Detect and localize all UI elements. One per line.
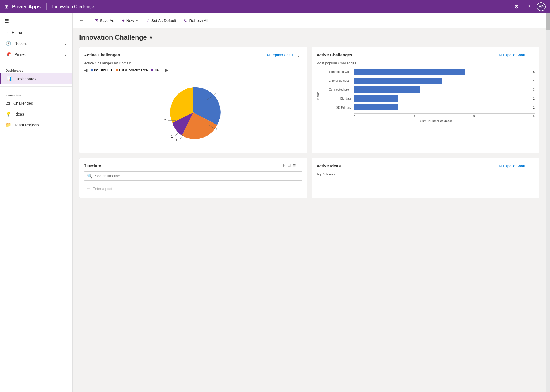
pie-label-2-orange: 2 [216, 127, 218, 131]
bar-expand-button[interactable]: ⧉ Expand Chart [499, 52, 525, 57]
search-input[interactable] [95, 174, 299, 178]
bar-row-3: Connected pro... 3 [321, 86, 535, 93]
back-button[interactable]: ← [77, 16, 86, 25]
pie-label-1-purple: 1 [171, 134, 173, 138]
y-axis-label: Name [316, 92, 320, 100]
chevron-down-icon: ∨ [64, 42, 67, 45]
bar-card-title: Active Challenges [316, 52, 352, 57]
pie-more-icon[interactable]: ⋮ [295, 52, 302, 58]
bar-chart-inner: Connected Op... 5 Enterprise sust... [321, 69, 535, 122]
bar-row-2: Enterprise sust... 4 [321, 78, 535, 84]
expand-chart-icon-3: ⧉ [499, 163, 502, 168]
save-as-icon: ⊡ [95, 18, 98, 23]
active-challenges-bar-card: Active Challenges ⧉ Expand Chart ⋮ Most … [312, 47, 539, 153]
pie-card-header: Active Challenges ⧉ Expand Chart ⋮ [84, 52, 302, 58]
bar-chart-subtitle: Most popular Challenges [316, 61, 535, 65]
timeline-sort-button[interactable]: ≡ [293, 163, 296, 168]
set-default-button[interactable]: ✓ Set As Default [143, 16, 180, 25]
new-chevron-icon[interactable]: ∨ [136, 19, 138, 23]
sidebar-item-home[interactable]: ⌂ Home [0, 27, 72, 38]
chevron-down-icon-2: ∨ [64, 52, 67, 56]
timeline-actions: + ⊿ ≡ ⋮ [282, 163, 302, 168]
bar-card-header: Active Challenges ⧉ Expand Chart ⋮ [316, 52, 535, 58]
sidebar-item-ideas-label: Ideas [15, 112, 24, 116]
bar-row-5: 3D Printing 2 [321, 104, 535, 110]
avatar[interactable]: MP [537, 2, 546, 11]
active-challenges-pie-card: Active Challenges ⧉ Expand Chart ⋮ Activ… [79, 47, 307, 153]
timeline-add-button[interactable]: + [282, 163, 285, 168]
sidebar-item-ideas[interactable]: 💡 Ideas [0, 109, 72, 119]
legend-label-1: Industry IOT [94, 68, 112, 72]
bar-track-3 [354, 86, 531, 93]
sidebar-item-team-projects[interactable]: 📁 Team Projects [0, 119, 72, 130]
hamburger-menu[interactable]: ☰ [0, 16, 72, 26]
sidebar-item-team-projects-label: Team Projects [15, 123, 39, 127]
ideas-more-icon[interactable]: ⋮ [527, 163, 535, 169]
legend-nav-right[interactable]: ▶ [165, 68, 168, 73]
bar-fill-4 [354, 95, 398, 102]
settings-icon[interactable]: ⚙ [512, 2, 521, 11]
legend-nav-left[interactable]: ◀ [84, 68, 87, 73]
checkmark-icon: ✓ [146, 18, 150, 23]
bar-track-5 [354, 104, 531, 110]
dashboard-icon: 📊 [6, 76, 12, 81]
legend-item-2: IT/OT convergence [116, 68, 148, 72]
pie-expand-label: Expand Chart [271, 53, 293, 57]
sidebar-item-dashboards[interactable]: 📊 Dashboards [0, 73, 72, 84]
timeline-more-button[interactable]: ⋮ [298, 163, 302, 168]
sidebar-item-challenges-label: Challenges [13, 101, 33, 105]
bar-value-2: 4 [533, 79, 535, 82]
sidebar: ☰ ⌂ Home 🕐 Recent ∨ 📌 Pinned ∨ Dashboard… [0, 13, 73, 392]
legend-dot-2 [116, 69, 118, 71]
sidebar-item-pinned-label: Pinned [15, 52, 27, 57]
content-area: Innovation Challenge ∨ Active Challenges… [73, 28, 546, 392]
scrollbar[interactable] [546, 13, 550, 392]
pie-chart-svg: 3 2 1 2 1 [157, 79, 230, 146]
innovation-section-label: Innovation [0, 89, 72, 98]
bar-fill-3 [354, 86, 420, 93]
legend-dot-3 [151, 69, 153, 71]
bar-row-4: Big data 2 [321, 95, 535, 102]
bar-fill-1 [354, 69, 465, 75]
sidebar-item-home-label: Home [12, 30, 22, 35]
enter-post-area[interactable]: ✏ Enter a post [84, 184, 302, 193]
sidebar-item-pinned[interactable]: 📌 Pinned ∨ [0, 49, 72, 60]
pin-icon: 📌 [6, 52, 11, 57]
page-title-caret[interactable]: ∨ [149, 34, 153, 40]
timeline-filter-button[interactable]: ⊿ [287, 163, 291, 168]
page-title: Innovation Challenge [79, 33, 147, 41]
bar-value-1: 5 [533, 70, 535, 73]
timeline-card: Timeline + ⊿ ≡ ⋮ 🔍 ✏ Ent [79, 158, 307, 198]
home-icon: ⌂ [6, 30, 8, 35]
set-default-label: Set As Default [151, 18, 176, 23]
page-title-area: Innovation Challenge ∨ [79, 33, 539, 41]
sidebar-item-challenges[interactable]: 🗃 Challenges [0, 98, 72, 109]
toolbar-divider-1 [89, 17, 89, 24]
app-grid-icon[interactable]: ⊞ [4, 4, 9, 10]
legend-dot-1 [91, 69, 93, 71]
bar-label-3: Connected pro... [321, 88, 351, 91]
save-as-label: Save As [100, 18, 114, 23]
bar-more-icon[interactable]: ⋮ [527, 52, 535, 58]
pie-label-2-yellow: 2 [164, 118, 166, 122]
new-icon: + [122, 18, 124, 23]
timeline-title: Timeline [84, 163, 101, 168]
pie-label-1-b: 1 [175, 138, 177, 142]
dashboard-grid: Active Challenges ⧉ Expand Chart ⋮ Activ… [79, 47, 539, 198]
bar-value-4: 2 [533, 97, 535, 100]
scroll-thumb[interactable] [546, 13, 550, 30]
ideas-icon: 💡 [6, 111, 11, 117]
pie-expand-button[interactable]: ⧉ Expand Chart [267, 52, 293, 57]
refresh-button[interactable]: ↻ Refresh All [180, 16, 211, 25]
help-icon[interactable]: ? [524, 2, 533, 11]
ideas-expand-label: Expand Chart [503, 164, 525, 168]
ideas-expand-button[interactable]: ⧉ Expand Chart [499, 163, 525, 168]
new-button[interactable]: + New ∨ [119, 16, 141, 25]
toolbar: ← ⊡ Save As + New ∨ ✓ Set As Default ↻ R… [73, 13, 546, 28]
save-as-button[interactable]: ⊡ Save As [91, 16, 117, 25]
bar-expand-label: Expand Chart [503, 53, 525, 57]
sidebar-item-recent[interactable]: 🕐 Recent ∨ [0, 38, 72, 49]
bar-value-3: 3 [533, 88, 535, 91]
x-axis-label: Sum (Number of ideas) [337, 119, 535, 122]
sidebar-item-dashboards-label: Dashboards [15, 77, 37, 81]
